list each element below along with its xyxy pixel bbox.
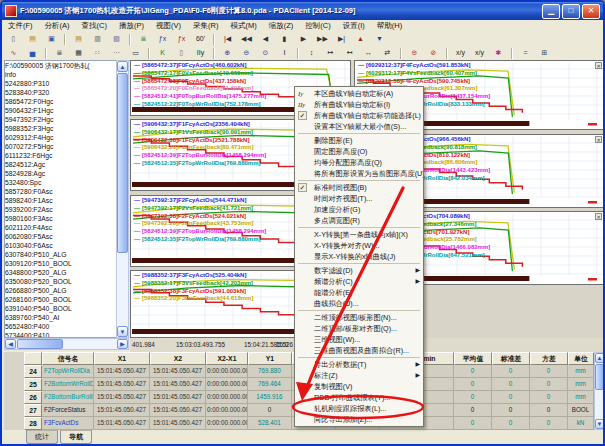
save-icon[interactable]: ▣ — [43, 32, 60, 46]
scroll-up-icon[interactable]: ▲ — [595, 353, 604, 363]
title-bar[interactable]: F:\00590005 济钢1700热轧改造开拓\JiGang_PDA\F0-F… — [2, 2, 603, 20]
maximize-button-icon[interactable]: □ — [562, 4, 580, 19]
panel-close-icon[interactable]: ✕ — [595, 136, 602, 143]
context-menu-item-12[interactable]: 多点调宽图(R) — [295, 215, 423, 226]
tree-item-5865472:F0Hgc[interactable]: 5865472:F0Hgc — [5, 97, 128, 106]
cursor-ibeam-icon[interactable]: I — [276, 46, 293, 60]
tree-root[interactable]: F:\00590005 济钢1700热轧( — [5, 61, 128, 70]
tree-item-6391040:P540_BOOL[interactable]: 6391040:P540_BOOL — [5, 304, 128, 313]
xy-plot-2-icon[interactable]: x/y — [471, 46, 488, 60]
shift-left-icon[interactable]: ↤ — [341, 46, 358, 60]
close-button-icon[interactable]: ✕ — [582, 4, 600, 19]
menubar-item-7[interactable]: 模式(M) — [224, 21, 262, 31]
panel-close-icon[interactable]: ✕ — [595, 213, 602, 220]
menubar-item-4[interactable]: 播放(P) — [113, 21, 150, 31]
column-header-X2[interactable]: X2 — [150, 352, 206, 365]
tree-item-6268160:P500_BOOL[interactable]: 6268160:P500_BOOL — [5, 295, 128, 304]
screen-view-icon[interactable]: ▭ — [127, 46, 144, 60]
context-menu-item-9[interactable]: 标准时间视图(B)✓ — [295, 182, 423, 193]
tree-item-6070272:F5Hgc[interactable]: 6070272:F5Hgc — [5, 142, 128, 151]
tree-item-6266880:P500_ALG[interactable]: 6266880:P500_ALG — [5, 286, 128, 295]
zoom-in-icon[interactable]: ⊕ — [219, 46, 236, 60]
table-scroll-thumb[interactable] — [595, 364, 604, 390]
context-menu-item-14[interactable]: X-Y转换并对齐(W)... — [295, 240, 423, 251]
shift-right-icon[interactable]: ↦ — [322, 46, 339, 60]
y-scale-all-icon[interactable]: IIy — [192, 46, 209, 60]
context-menu-item-17[interactable]: 频谱分析(C)▶ — [295, 276, 423, 287]
table-view-icon[interactable]: ▦ — [70, 46, 87, 60]
function-fx-blue-icon[interactable]: ƒx — [154, 32, 171, 46]
column-header-平均值[interactable]: 平均值 — [454, 352, 492, 365]
zoom-out-icon[interactable]: ⊖ — [238, 46, 255, 60]
column-header-信号名[interactable]: 信号名 — [42, 352, 94, 365]
tree-item-6062080:F5Asc[interactable]: 6062080:F5Asc — [5, 232, 128, 241]
tree-item-5939200:F2Asc[interactable]: 5939200:F2Asc — [5, 205, 128, 214]
column-header-方差[interactable]: 方差 — [530, 352, 568, 365]
tree-item-5898240:F1Asc[interactable]: 5898240:F1Asc — [5, 196, 128, 205]
stop-icon[interactable]: ▮ — [276, 32, 293, 46]
context-menu-item-18[interactable]: 能谱分析(E) — [295, 287, 423, 298]
tree-item-6350080:P520_BOOL[interactable]: 6350080:P520_BOOL — [5, 277, 128, 286]
context-menu-item-16[interactable]: 数字滤波(D)▶ — [295, 265, 423, 276]
menubar-item-8[interactable]: 缩放(Z) — [263, 21, 300, 31]
tree-item-5652480:P400[interactable]: 5652480:P400 — [5, 322, 128, 331]
menubar-item-6[interactable]: 采集(R) — [187, 21, 224, 31]
context-menu-item-15[interactable]: 显示X-Y转换的x轴曲线(J) — [295, 251, 423, 262]
tree-item-6103040:F6Asc[interactable]: 6103040:F6Asc — [5, 241, 128, 250]
device-panel-icon[interactable]: ▯ — [173, 46, 190, 60]
page-down-icon[interactable]: ▼ — [371, 32, 388, 46]
context-menu-item-29[interactable]: 同比导出添加(Z)... — [295, 414, 423, 425]
print-preview-icon[interactable]: ▧ — [108, 32, 125, 46]
panel-close-icon[interactable]: ✕ — [595, 62, 602, 69]
step-back-icon[interactable]: ◀ — [257, 32, 274, 46]
menubar-item-1[interactable]: 文件(F) — [2, 21, 39, 31]
bar-chart-icon[interactable]: ▅ — [24, 46, 41, 60]
tree-item-5988352:F3Hgc[interactable]: 5988352:F3Hgc — [5, 124, 128, 133]
open-file-icon[interactable]: ▤ — [24, 32, 41, 46]
tree-item-6348800:P520_ALG[interactable]: 6348800:P520_ALG — [5, 268, 128, 277]
context-menu-item-24[interactable]: 导出分析数据(T)▶ — [295, 359, 423, 370]
tree-horizontal-scrollbar[interactable]: ◀ ▶ — [4, 338, 129, 350]
tool-paw-icon[interactable]: ✱ — [490, 46, 507, 60]
tree-item-6309120:P510_BOOL[interactable]: 6309120:P510_BOOL — [5, 259, 128, 268]
print-icon[interactable]: ▥ — [89, 32, 106, 46]
tree-item-5857280:F0Asc[interactable]: 5857280:F0Asc — [5, 187, 128, 196]
zoom-select-icon[interactable]: ⊙ — [257, 46, 274, 60]
menubar-item-5[interactable]: 视图(V) — [150, 21, 187, 31]
context-menu-item-21[interactable]: 二维顶部/板形对齐图(Q)... — [295, 323, 423, 334]
menubar-item-11[interactable]: 帮助(H) — [371, 21, 408, 31]
context-menu-item-2[interactable]: 所有曲线Y轴自动定标(I)IIy — [295, 99, 423, 110]
fast-rewind-icon[interactable]: ◀◀ — [238, 32, 255, 46]
curve-view-icon[interactable]: ∿ — [5, 46, 22, 60]
tree-item-6021120:F4Asc[interactable]: 6021120:F4Asc — [5, 223, 128, 232]
context-menu-item-13[interactable]: X-Y转换[第一条曲线为x轴](X) — [295, 229, 423, 240]
tree-item-info[interactable]: info — [5, 70, 128, 79]
equals-compare-icon[interactable]: = — [517, 46, 534, 60]
scroll-down-icon[interactable]: ▼ — [595, 419, 604, 429]
context-menu-item-5[interactable]: 删除图形(E) — [295, 135, 423, 146]
row-number-header[interactable] — [24, 352, 42, 365]
menubar-item-9[interactable]: 控制(C) — [299, 21, 336, 31]
tree-item-5242880:P310[interactable]: 5242880:P310 — [5, 79, 128, 88]
tab-navigation[interactable]: 导航 — [60, 430, 92, 444]
context-menu-item-27[interactable]: RDB-打印曲线报表(Y)... — [295, 392, 423, 403]
tab-statistics[interactable]: 统计 — [26, 430, 58, 444]
column-header-X1[interactable]: X1 — [94, 352, 150, 365]
zoom-off-icon[interactable]: ⊘ — [425, 46, 442, 60]
column-dots-icon[interactable]: ⋯ — [108, 46, 125, 60]
time-window-60-icon[interactable]: 60' — [192, 32, 209, 46]
signal-tree-icon[interactable]: ≣ — [135, 32, 152, 46]
scroll-down-icon[interactable]: ▼ — [117, 326, 128, 337]
tree-hscroll-thumb[interactable] — [17, 339, 63, 349]
tree-item-5824512:Agc[interactable]: 5824512:Agc — [5, 160, 128, 169]
context-menu-item-22[interactable]: 三维视图(W)... — [295, 334, 423, 345]
stretch-vertical-icon[interactable]: ↕ — [303, 46, 320, 60]
k-diagram-icon[interactable]: K — [154, 46, 171, 60]
context-menu-item-19[interactable]: 曲线拟合(U)... — [295, 298, 423, 309]
scroll-left-icon[interactable]: ◀ — [5, 339, 16, 349]
tile-windows-icon[interactable]: ⊞ — [536, 46, 553, 60]
play-icon[interactable]: ▶ — [295, 32, 312, 46]
expand-horizontal-icon[interactable]: ↔ — [360, 46, 377, 60]
column-header-X2-X1[interactable]: X2-X1 — [206, 352, 248, 365]
context-menu-item-1[interactable]: 本区曲线Y轴自动定标(A)Iy — [295, 88, 423, 99]
